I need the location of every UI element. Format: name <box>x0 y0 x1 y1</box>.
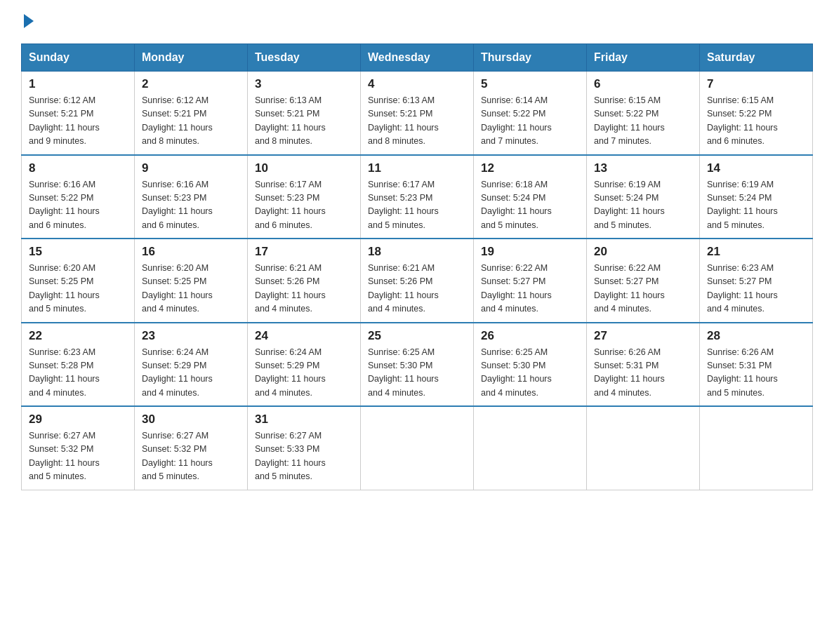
day-info: Sunrise: 6:17 AM Sunset: 5:23 PM Dayligh… <box>368 178 466 233</box>
calendar-cell: 9 Sunrise: 6:16 AM Sunset: 5:23 PM Dayli… <box>135 155 248 239</box>
day-number: 26 <box>481 329 579 343</box>
day-info: Sunrise: 6:27 AM Sunset: 5:33 PM Dayligh… <box>255 429 353 484</box>
day-number: 4 <box>368 77 466 91</box>
day-info: Sunrise: 6:19 AM Sunset: 5:24 PM Dayligh… <box>594 178 692 233</box>
day-info: Sunrise: 6:25 AM Sunset: 5:30 PM Dayligh… <box>481 346 579 401</box>
day-info: Sunrise: 6:12 AM Sunset: 5:21 PM Dayligh… <box>29 94 127 149</box>
calendar-cell: 31 Sunrise: 6:27 AM Sunset: 5:33 PM Dayl… <box>248 406 361 490</box>
day-number: 10 <box>255 161 353 175</box>
calendar-cell: 18 Sunrise: 6:21 AM Sunset: 5:26 PM Dayl… <box>361 239 474 323</box>
logo <box>21 14 34 29</box>
day-number: 12 <box>481 161 579 175</box>
day-info: Sunrise: 6:26 AM Sunset: 5:31 PM Dayligh… <box>707 346 805 401</box>
day-info: Sunrise: 6:15 AM Sunset: 5:22 PM Dayligh… <box>594 94 692 149</box>
day-info: Sunrise: 6:19 AM Sunset: 5:24 PM Dayligh… <box>707 178 805 233</box>
calendar-table: SundayMondayTuesdayWednesdayThursdayFrid… <box>21 43 813 490</box>
day-info: Sunrise: 6:16 AM Sunset: 5:23 PM Dayligh… <box>142 178 240 233</box>
day-info: Sunrise: 6:22 AM Sunset: 5:27 PM Dayligh… <box>594 262 692 316</box>
day-number: 13 <box>594 161 692 175</box>
day-number: 30 <box>142 412 240 427</box>
calendar-cell: 5 Sunrise: 6:14 AM Sunset: 5:22 PM Dayli… <box>474 72 587 155</box>
day-info: Sunrise: 6:21 AM Sunset: 5:26 PM Dayligh… <box>368 262 466 316</box>
day-info: Sunrise: 6:20 AM Sunset: 5:25 PM Dayligh… <box>29 262 127 316</box>
day-info: Sunrise: 6:12 AM Sunset: 5:21 PM Dayligh… <box>142 94 240 149</box>
calendar-cell: 15 Sunrise: 6:20 AM Sunset: 5:25 PM Dayl… <box>22 239 135 323</box>
day-number: 6 <box>594 77 692 91</box>
day-number: 5 <box>481 77 579 91</box>
day-number: 3 <box>255 77 353 91</box>
day-number: 29 <box>29 412 127 427</box>
weekday-header: Wednesday <box>361 44 474 72</box>
calendar-cell: 25 Sunrise: 6:25 AM Sunset: 5:30 PM Dayl… <box>361 323 474 407</box>
calendar-cell <box>361 406 474 490</box>
calendar-week-row: 15 Sunrise: 6:20 AM Sunset: 5:25 PM Dayl… <box>22 239 813 323</box>
day-info: Sunrise: 6:20 AM Sunset: 5:25 PM Dayligh… <box>142 262 240 316</box>
day-number: 28 <box>707 329 805 343</box>
day-number: 25 <box>368 329 466 343</box>
calendar-cell: 12 Sunrise: 6:18 AM Sunset: 5:24 PM Dayl… <box>474 155 587 239</box>
weekday-header: Saturday <box>700 44 813 72</box>
calendar-cell: 28 Sunrise: 6:26 AM Sunset: 5:31 PM Dayl… <box>700 323 813 407</box>
day-info: Sunrise: 6:13 AM Sunset: 5:21 PM Dayligh… <box>255 94 353 149</box>
day-number: 9 <box>142 161 240 175</box>
calendar-cell <box>700 406 813 490</box>
day-number: 27 <box>594 329 692 343</box>
day-info: Sunrise: 6:22 AM Sunset: 5:27 PM Dayligh… <box>481 262 579 316</box>
day-info: Sunrise: 6:21 AM Sunset: 5:26 PM Dayligh… <box>255 262 353 316</box>
day-info: Sunrise: 6:23 AM Sunset: 5:27 PM Dayligh… <box>707 262 805 316</box>
weekday-header-row: SundayMondayTuesdayWednesdayThursdayFrid… <box>22 44 813 72</box>
calendar-cell <box>587 406 700 490</box>
calendar-cell: 6 Sunrise: 6:15 AM Sunset: 5:22 PM Dayli… <box>587 72 700 155</box>
calendar-cell: 16 Sunrise: 6:20 AM Sunset: 5:25 PM Dayl… <box>135 239 248 323</box>
day-number: 17 <box>255 245 353 259</box>
day-number: 21 <box>707 245 805 259</box>
day-info: Sunrise: 6:18 AM Sunset: 5:24 PM Dayligh… <box>481 178 579 233</box>
calendar-cell: 21 Sunrise: 6:23 AM Sunset: 5:27 PM Dayl… <box>700 239 813 323</box>
weekday-header: Sunday <box>22 44 135 72</box>
day-number: 22 <box>29 329 127 343</box>
calendar-cell: 29 Sunrise: 6:27 AM Sunset: 5:32 PM Dayl… <box>22 406 135 490</box>
calendar-cell: 19 Sunrise: 6:22 AM Sunset: 5:27 PM Dayl… <box>474 239 587 323</box>
weekday-header: Thursday <box>474 44 587 72</box>
calendar-cell: 20 Sunrise: 6:22 AM Sunset: 5:27 PM Dayl… <box>587 239 700 323</box>
weekday-header: Monday <box>135 44 248 72</box>
day-number: 24 <box>255 329 353 343</box>
calendar-cell: 24 Sunrise: 6:24 AM Sunset: 5:29 PM Dayl… <box>248 323 361 407</box>
day-number: 16 <box>142 245 240 259</box>
day-number: 31 <box>255 412 353 427</box>
day-number: 15 <box>29 245 127 259</box>
calendar-cell: 17 Sunrise: 6:21 AM Sunset: 5:26 PM Dayl… <box>248 239 361 323</box>
day-number: 2 <box>142 77 240 91</box>
day-info: Sunrise: 6:26 AM Sunset: 5:31 PM Dayligh… <box>594 346 692 401</box>
day-number: 8 <box>29 161 127 175</box>
day-info: Sunrise: 6:27 AM Sunset: 5:32 PM Dayligh… <box>29 429 127 484</box>
day-number: 11 <box>368 161 466 175</box>
day-info: Sunrise: 6:13 AM Sunset: 5:21 PM Dayligh… <box>368 94 466 149</box>
calendar-cell: 30 Sunrise: 6:27 AM Sunset: 5:32 PM Dayl… <box>135 406 248 490</box>
calendar-cell: 4 Sunrise: 6:13 AM Sunset: 5:21 PM Dayli… <box>361 72 474 155</box>
calendar-cell: 13 Sunrise: 6:19 AM Sunset: 5:24 PM Dayl… <box>587 155 700 239</box>
calendar-cell: 14 Sunrise: 6:19 AM Sunset: 5:24 PM Dayl… <box>700 155 813 239</box>
day-info: Sunrise: 6:27 AM Sunset: 5:32 PM Dayligh… <box>142 429 240 484</box>
calendar-week-row: 22 Sunrise: 6:23 AM Sunset: 5:28 PM Dayl… <box>22 323 813 407</box>
calendar-cell: 10 Sunrise: 6:17 AM Sunset: 5:23 PM Dayl… <box>248 155 361 239</box>
calendar-cell: 7 Sunrise: 6:15 AM Sunset: 5:22 PM Dayli… <box>700 72 813 155</box>
calendar-cell: 8 Sunrise: 6:16 AM Sunset: 5:22 PM Dayli… <box>22 155 135 239</box>
day-number: 20 <box>594 245 692 259</box>
calendar-week-row: 8 Sunrise: 6:16 AM Sunset: 5:22 PM Dayli… <box>22 155 813 239</box>
calendar-cell: 2 Sunrise: 6:12 AM Sunset: 5:21 PM Dayli… <box>135 72 248 155</box>
day-number: 19 <box>481 245 579 259</box>
calendar-cell: 26 Sunrise: 6:25 AM Sunset: 5:30 PM Dayl… <box>474 323 587 407</box>
day-number: 23 <box>142 329 240 343</box>
calendar-cell: 23 Sunrise: 6:24 AM Sunset: 5:29 PM Dayl… <box>135 323 248 407</box>
calendar-week-row: 1 Sunrise: 6:12 AM Sunset: 5:21 PM Dayli… <box>22 72 813 155</box>
weekday-header: Friday <box>587 44 700 72</box>
day-info: Sunrise: 6:14 AM Sunset: 5:22 PM Dayligh… <box>481 94 579 149</box>
day-info: Sunrise: 6:25 AM Sunset: 5:30 PM Dayligh… <box>368 346 466 401</box>
day-info: Sunrise: 6:24 AM Sunset: 5:29 PM Dayligh… <box>142 346 240 401</box>
calendar-cell: 27 Sunrise: 6:26 AM Sunset: 5:31 PM Dayl… <box>587 323 700 407</box>
weekday-header: Tuesday <box>248 44 361 72</box>
logo-arrow-icon <box>24 14 34 28</box>
calendar-cell: 22 Sunrise: 6:23 AM Sunset: 5:28 PM Dayl… <box>22 323 135 407</box>
day-info: Sunrise: 6:16 AM Sunset: 5:22 PM Dayligh… <box>29 178 127 233</box>
